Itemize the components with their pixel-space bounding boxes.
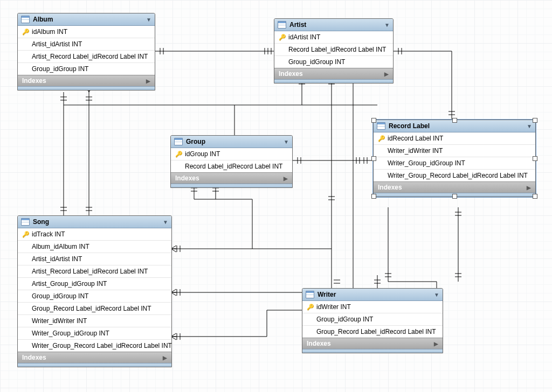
column-row[interactable]: Artist_Record Label_idRecord Label INT <box>18 51 155 63</box>
column-name: Writer_idWriter INT <box>388 147 443 155</box>
column-row[interactable]: Writer_Group_Record Label_idRecord Label… <box>18 340 171 352</box>
entity-song[interactable]: Song ▼ 🔑idTrack INT Album_idAlbum INT Ar… <box>17 215 172 367</box>
pk-icon: 🔑 <box>22 29 29 36</box>
entity-group[interactable]: Group ▼ 🔑idGroup INT Record Label_idReco… <box>170 135 293 188</box>
entity-header[interactable]: Writer ▼ <box>302 289 443 301</box>
column-row[interactable]: Group_Record Label_idRecord Label INT <box>302 326 443 338</box>
entity-title: Song <box>33 218 160 226</box>
column-row[interactable]: Artist_Group_idGroup INT <box>18 278 171 290</box>
expand-icon[interactable]: ▶ <box>527 185 531 191</box>
entity-record-label[interactable]: Record Label ▼ 🔑idRecord Label INT Write… <box>373 120 536 197</box>
table-icon <box>306 291 314 298</box>
collapse-icon[interactable]: ▼ <box>384 22 390 28</box>
collapse-icon[interactable]: ▼ <box>527 123 532 129</box>
collapse-icon[interactable]: ▼ <box>163 219 168 225</box>
entity-header[interactable]: Album ▼ <box>18 13 155 26</box>
resize-handle-sw[interactable] <box>371 194 376 199</box>
column-row[interactable]: 🔑idWriter INT <box>302 301 443 313</box>
resize-handle-s[interactable] <box>452 194 457 199</box>
column-name: Group_Record Label_idRecord Label INT <box>32 305 151 312</box>
column-name: Record Label_idRecord Label INT <box>288 46 386 53</box>
column-row[interactable]: 🔑idGroup INT <box>171 148 292 160</box>
column-name: Writer_Group_idGroup INT <box>32 330 109 337</box>
column-name: Writer_idWriter INT <box>32 317 87 325</box>
column-row[interactable]: Group_Record Label_idRecord Label INT <box>18 303 171 315</box>
expand-icon[interactable]: ▶ <box>384 71 389 77</box>
resize-handle-e[interactable] <box>533 156 537 161</box>
entity-album[interactable]: Album ▼ 🔑idAlbum INT Artist_idArtist INT… <box>17 13 155 90</box>
entity-artist[interactable]: Artist ▼ 🔑idArtist INT Record Label_idRe… <box>274 18 394 83</box>
column-row[interactable]: Album_idAlbum INT <box>18 241 171 253</box>
column-name: Artist_idArtist INT <box>32 255 82 263</box>
indexes-label: Indexes <box>279 70 303 78</box>
column-row[interactable]: Writer_Group_idGroup INT <box>374 157 535 170</box>
column-row[interactable]: Artist_idArtist INT <box>18 38 155 51</box>
entity-title: Group <box>186 138 280 145</box>
column-row[interactable]: Writer_Group_Record Label_idRecord Label… <box>374 170 535 181</box>
column-name: Group_idGroup INT <box>32 65 88 73</box>
pk-icon: 🔑 <box>378 135 384 142</box>
column-row[interactable]: 🔑idAlbum INT <box>18 26 155 38</box>
column-name: idGroup INT <box>185 150 220 158</box>
expand-icon[interactable]: ▶ <box>163 355 167 361</box>
entity-writer[interactable]: Writer ▼ 🔑idWriter INT Group_idGroup INT… <box>302 288 443 353</box>
column-row[interactable]: Artist_Record Label_idRecord Label INT <box>18 265 171 278</box>
column-name: Group_idGroup INT <box>288 58 345 66</box>
entity-title: Artist <box>289 21 381 29</box>
column-name: Writer_Group_idGroup INT <box>388 159 465 167</box>
column-row[interactable]: Group_idGroup INT <box>302 313 443 326</box>
column-row[interactable]: Artist_idArtist INT <box>18 253 171 265</box>
collapse-icon[interactable]: ▼ <box>284 139 289 145</box>
entity-header[interactable]: Artist ▼ <box>274 19 393 31</box>
column-name: Artist_idArtist INT <box>32 40 82 48</box>
column-row[interactable]: Group_idGroup INT <box>18 290 171 303</box>
resize-handle-n[interactable] <box>452 118 457 123</box>
pk-icon: 🔑 <box>279 34 285 41</box>
pk-icon: 🔑 <box>307 304 313 311</box>
column-name: idTrack INT <box>32 230 65 238</box>
expand-icon[interactable]: ▶ <box>146 78 150 84</box>
column-name: Writer_Group_Record Label_idRecord Label… <box>32 342 172 349</box>
column-name: idAlbum INT <box>32 28 67 36</box>
column-row[interactable]: Record Label_idRecord Label INT <box>171 160 292 172</box>
entity-header[interactable]: Song ▼ <box>18 216 171 228</box>
column-row[interactable]: Writer_idWriter INT <box>374 145 535 157</box>
column-name: idRecord Label INT <box>388 135 443 142</box>
resize-handle-nw[interactable] <box>371 118 376 123</box>
indexes-section[interactable]: Indexes▶ <box>274 68 393 79</box>
indexes-section[interactable]: Indexes▶ <box>18 75 155 86</box>
column-name: Album_idAlbum INT <box>32 243 89 250</box>
column-row[interactable]: 🔑idArtist INT <box>274 31 393 44</box>
expand-icon[interactable]: ▶ <box>284 176 288 181</box>
indexes-section[interactable]: Indexes▶ <box>171 172 292 184</box>
column-row[interactable]: 🔑idTrack INT <box>18 228 171 241</box>
indexes-label: Indexes <box>175 174 199 182</box>
indexes-section[interactable]: Indexes▶ <box>374 181 535 193</box>
resize-handle-w[interactable] <box>371 156 376 161</box>
table-icon <box>174 138 183 145</box>
collapse-icon[interactable]: ▼ <box>434 292 439 298</box>
column-name: idArtist INT <box>288 33 320 41</box>
column-name: Group_Record Label_idRecord Label INT <box>316 328 436 335</box>
indexes-section[interactable]: Indexes▶ <box>18 352 171 363</box>
column-row[interactable]: Group_idGroup INT <box>18 63 155 75</box>
indexes-section[interactable]: Indexes▶ <box>302 338 443 349</box>
column-name: Writer_Group_Record Label_idRecord Label… <box>388 172 528 179</box>
column-name: Artist_Group_idGroup INT <box>32 280 107 288</box>
column-row[interactable]: Record Label_idRecord Label INT <box>274 44 393 56</box>
resize-handle-se[interactable] <box>533 194 537 199</box>
column-row[interactable]: Group_idGroup INT <box>274 56 393 68</box>
column-row[interactable]: Writer_Group_idGroup INT <box>18 327 171 340</box>
column-row[interactable]: Writer_idWriter INT <box>18 315 171 327</box>
pk-icon: 🔑 <box>22 231 29 238</box>
resize-handle-ne[interactable] <box>533 118 537 123</box>
expand-icon[interactable]: ▶ <box>434 341 438 347</box>
collapse-icon[interactable]: ▼ <box>146 17 151 23</box>
entity-header[interactable]: Group ▼ <box>171 136 292 148</box>
table-icon <box>278 21 286 29</box>
entity-columns: 🔑idAlbum INT Artist_idArtist INT Artist_… <box>18 26 155 75</box>
table-icon <box>21 16 30 23</box>
column-row[interactable]: 🔑idRecord Label INT <box>374 132 535 145</box>
column-name: Group_idGroup INT <box>316 316 373 323</box>
er-canvas[interactable]: Album ▼ 🔑idAlbum INT Artist_idArtist INT… <box>0 0 552 392</box>
